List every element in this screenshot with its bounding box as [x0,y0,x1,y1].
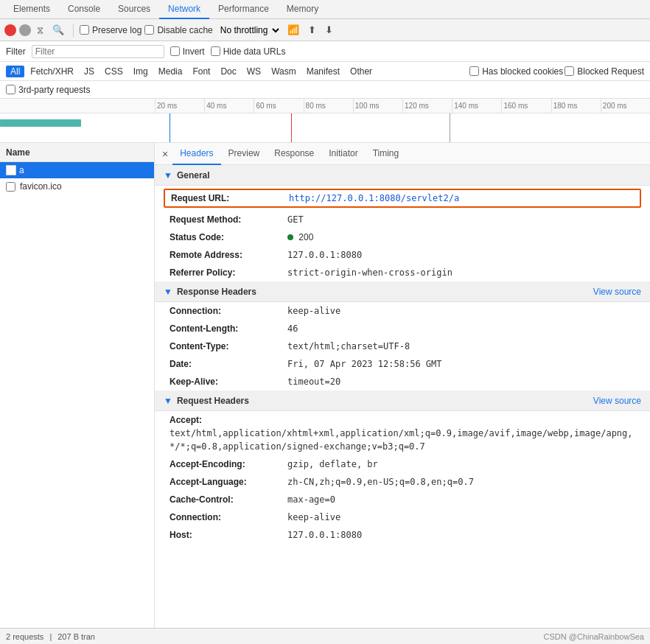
filter-icon[interactable]: ⧖ [34,23,46,38]
request-url-key: Request URL: [171,193,289,203]
response-headers-section[interactable]: ▼ Response Headers View source [155,281,650,302]
third-party-bar: 3rd-party requests [0,81,650,99]
download-icon[interactable]: ⬇ [322,23,336,37]
status-dot [287,234,293,240]
search-icon[interactable]: 🔍 [49,23,67,37]
type-wasm[interactable]: Wasm [267,66,301,77]
details-panel: × Headers Preview Response Initiator Tim… [155,143,650,640]
request-url-box: Request URL: http://127.0.0.1:8080/servl… [164,189,641,208]
details-close-btn[interactable]: × [158,148,172,160]
tick-100ms: 100 ms [353,99,402,113]
throttle-icon[interactable]: 📶 [284,23,302,37]
blocked-request-checkbox[interactable] [565,66,574,76]
has-blocked-cookies-checkbox[interactable] [469,66,479,76]
disable-cache-text: Disable cache [157,25,212,35]
upload-icon[interactable]: ⬆ [305,23,319,37]
name-col-header: Name [6,147,30,158]
request-headers-title: Request Headers [177,396,249,406]
file-list: Name a favicon.ico [0,143,155,640]
tick-160ms: 160 ms [501,99,551,113]
reqh-cache-control-row: Cache-Control: max-age=0 [155,491,650,508]
throttle-select[interactable]: No throttling Fast 3G Slow 3G [216,24,282,36]
details-tab-headers[interactable]: Headers [172,143,220,165]
third-party-text: 3rd-party requests [18,85,90,95]
rh-content-length-val: 46 [287,322,298,335]
preserve-log-label[interactable]: Preserve log [80,25,141,35]
request-view-source[interactable]: View source [593,396,641,406]
file-checkbox-favicon[interactable] [6,182,15,192]
type-fetch[interactable]: Fetch/XHR [26,66,78,77]
type-font[interactable]: Font [188,66,214,77]
tab-elements[interactable]: Elements [4,0,59,19]
reqh-cache-control-val: max-age=0 [287,493,335,506]
type-ws[interactable]: WS [242,66,265,77]
request-headers-section[interactable]: ▼ Request Headers View source [155,391,650,411]
type-img[interactable]: Img [129,66,153,77]
referrer-row: Referrer Policy: strict-origin-when-cros… [155,264,650,281]
type-manifest[interactable]: Manifest [302,66,344,77]
file-item-favicon[interactable]: favicon.ico [0,178,154,195]
tab-sources[interactable]: Sources [109,0,159,19]
reqh-accept-encoding-key: Accept-Encoding: [170,458,287,471]
tab-performance[interactable]: Performance [209,0,278,19]
general-section-header[interactable]: ▼ General [155,165,650,186]
details-tab-response[interactable]: Response [267,143,321,165]
status-watermark: CSDN @ChinaRainbowSea [543,632,644,640]
vline-red [291,113,292,143]
invert-label[interactable]: Invert [170,46,205,57]
blocked-request-label[interactable]: Blocked Request [565,66,644,77]
hide-data-urls-label[interactable]: Hide data URLs [211,46,286,57]
third-party-checkbox[interactable] [6,85,15,94]
status-bar: 2 requests | 207 B tran CSDN @ChinaRainb… [0,628,650,640]
disable-cache-label[interactable]: Disable cache [144,25,212,35]
remote-row: Remote Address: 127.0.0.1:8080 [155,246,650,264]
tab-network[interactable]: Network [159,0,209,19]
type-other[interactable]: Other [346,66,377,77]
type-media[interactable]: Media [154,66,187,77]
reqh-accept-row: Accept: text/html,application/xhtml+xml,… [155,411,650,455]
method-key: Request Method: [170,213,287,226]
type-filter-bar: All Fetch/XHR JS CSS Img Media Font Doc … [0,62,650,81]
invert-checkbox[interactable] [170,46,180,56]
type-js[interactable]: JS [80,66,99,77]
details-tab-timing[interactable]: Timing [366,143,407,165]
status-key: Status Code: [170,231,287,244]
stop-button[interactable] [19,24,31,36]
preserve-log-checkbox[interactable] [80,25,89,35]
filter-input[interactable] [32,45,164,58]
rh-connection-key: Connection: [170,304,287,318]
file-item-a[interactable]: a [0,162,154,178]
type-all[interactable]: All [6,66,24,77]
reqh-cache-control-key: Cache-Control: [170,493,287,506]
tick-180ms: 180 ms [551,99,601,113]
response-view-source[interactable]: View source [593,287,641,297]
status-code: 200 [298,232,313,242]
record-button[interactable] [4,24,16,36]
status-size: 207 B tran [57,632,95,640]
third-party-label[interactable]: 3rd-party requests [6,85,90,95]
reqh-host-row: Host: 127.0.0.1:8080 [155,526,650,544]
tab-memory[interactable]: Memory [278,0,327,19]
general-title: General [177,170,210,181]
request-url-row: Request URL: http://127.0.0.1:8080/servl… [171,193,634,203]
details-tab-preview[interactable]: Preview [221,143,268,165]
rh-connection-val: keep-alive [287,304,340,318]
rh-date-key: Date: [170,357,287,371]
rh-content-length-row: Content-Length: 46 [155,320,650,337]
rh-date-row: Date: Fri, 07 Apr 2023 12:58:56 GMT [155,355,650,373]
tab-console[interactable]: Console [59,0,109,19]
reqh-accept-encoding-row: Accept-Encoding: gzip, deflate, br [155,455,650,473]
type-css[interactable]: CSS [100,66,127,77]
disable-cache-checkbox[interactable] [144,25,154,35]
details-tab-initiator[interactable]: Initiator [321,143,365,165]
preserve-log-text: Preserve log [92,25,141,35]
vline-blue [170,113,170,143]
status-separator: | [49,632,52,640]
has-blocked-cookies[interactable]: Has blocked cookies [469,66,563,77]
method-value: GET [287,213,304,226]
rh-date-val: Fri, 07 Apr 2023 12:58:56 GMT [287,357,442,371]
request-headers-arrow: ▼ [164,396,172,406]
hide-data-urls-checkbox[interactable] [211,46,220,56]
timeline-requests [0,113,650,143]
type-doc[interactable]: Doc [216,66,240,77]
